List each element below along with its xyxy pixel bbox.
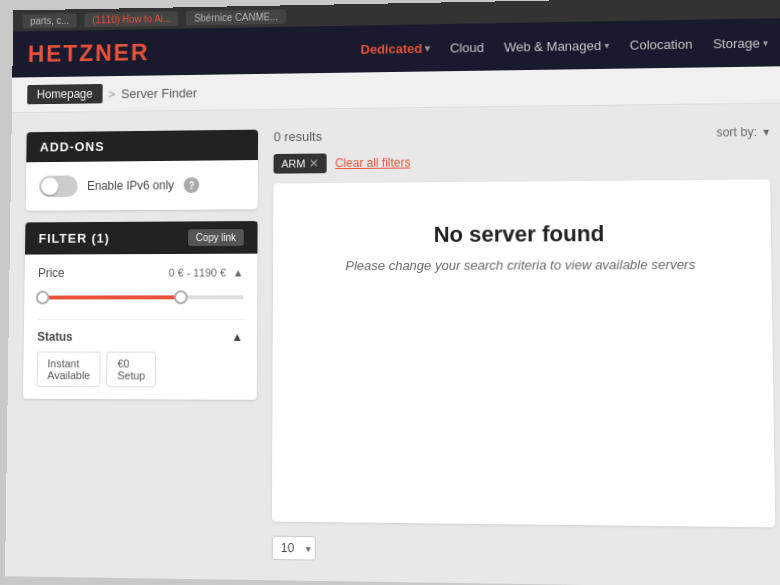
- dedicated-chevron-icon: ▾: [425, 42, 430, 53]
- no-results-subtitle: Please change your search criteria to vi…: [293, 257, 751, 274]
- browser-tab-parts[interactable]: parts, c...: [23, 13, 77, 28]
- price-section: Price 0 € - 1190 € ▲: [38, 266, 244, 308]
- range-thumb-left[interactable]: [36, 291, 50, 305]
- breadcrumb-separator: >: [108, 86, 115, 101]
- nav-link-colocation[interactable]: Colocation: [630, 36, 693, 52]
- page-size-wrapper: 10 25 50: [272, 536, 316, 561]
- status-section: Status ▲ InstantAvailable €0Setup: [37, 319, 244, 388]
- nav-link-storage[interactable]: Storage ▾: [713, 35, 768, 51]
- no-results-title: No server found: [293, 220, 750, 248]
- clear-all-filters-button[interactable]: Clear all filters: [335, 156, 410, 171]
- filter-header: FILTER (1) Copy link: [25, 221, 258, 255]
- browser-tab-howto[interactable]: (1110) How to Ai...: [84, 11, 178, 27]
- sort-by: sort by: ▾: [716, 124, 769, 139]
- status-options: InstantAvailable €0Setup: [37, 352, 244, 388]
- ipv6-label: Enable IPv6 only: [87, 178, 174, 192]
- browser-tab-sbernice[interactable]: Sbérnice CANME...: [186, 9, 286, 25]
- breadcrumb-home[interactable]: Homepage: [27, 84, 102, 104]
- price-label: Price 0 € - 1190 € ▲: [38, 266, 244, 280]
- ipv6-toggle[interactable]: [39, 175, 78, 197]
- range-fill: [38, 295, 181, 299]
- active-filters: ARM ✕ Clear all filters: [274, 149, 770, 174]
- range-thumb-right[interactable]: [174, 290, 188, 304]
- status-instant-available[interactable]: InstantAvailable: [37, 352, 102, 388]
- sort-chevron-icon[interactable]: ▾: [763, 124, 769, 138]
- price-range-text: 0 € - 1190 € ▲: [169, 267, 244, 279]
- results-area: 0 results sort by: ▾ ARM ✕ Clear all fil…: [272, 124, 776, 567]
- results-header: 0 results sort by: ▾: [274, 124, 770, 144]
- status-label: Status ▲: [37, 330, 243, 344]
- addons-header: ADD-ONS: [26, 130, 258, 163]
- filter-tag-arm[interactable]: ARM ✕: [274, 153, 328, 173]
- addons-box: ADD-ONS Enable IPv6 only ?: [26, 130, 258, 211]
- hetzner-logo: HETZNER: [28, 39, 150, 68]
- price-chevron-icon[interactable]: ▲: [233, 267, 244, 279]
- remove-arm-filter-icon[interactable]: ✕: [309, 157, 319, 171]
- nav-link-cloud[interactable]: Cloud: [450, 40, 484, 55]
- filter-tag-arm-label: ARM: [281, 158, 305, 170]
- nav-link-web-managed[interactable]: Web & Managed ▾: [504, 38, 610, 55]
- no-results-box: No server found Please change your searc…: [272, 179, 775, 527]
- main-content: ADD-ONS Enable IPv6 only ? FILTER (1) Co…: [5, 103, 780, 585]
- filter-box: FILTER (1) Copy link Price 0 € - 1190 € …: [23, 221, 258, 400]
- nav-links: Dedicated ▾ Cloud Web & Managed ▾ Coloca…: [149, 35, 768, 60]
- range-track: [38, 295, 244, 299]
- status-chevron-icon[interactable]: ▲: [231, 330, 243, 344]
- filter-body: Price 0 € - 1190 € ▲: [23, 254, 257, 400]
- ipv6-help-icon[interactable]: ?: [184, 177, 200, 193]
- sidebar: ADD-ONS Enable IPv6 only ? FILTER (1) Co…: [21, 130, 258, 560]
- filter-title: FILTER (1): [39, 231, 110, 246]
- page-size-select[interactable]: 10 25 50: [272, 536, 316, 561]
- web-managed-chevron-icon: ▾: [604, 40, 609, 51]
- breadcrumb-current: Server Finder: [121, 85, 197, 101]
- addons-body: Enable IPv6 only ?: [26, 160, 258, 211]
- copy-link-button[interactable]: Copy link: [188, 229, 244, 246]
- status-zero-setup[interactable]: €0Setup: [107, 352, 157, 388]
- storage-chevron-icon: ▾: [763, 37, 768, 48]
- price-range-slider[interactable]: [38, 287, 244, 307]
- results-count: 0 results: [274, 129, 322, 144]
- pagination-bar: 10 25 50: [272, 536, 776, 567]
- nav-link-dedicated[interactable]: Dedicated ▾: [361, 40, 430, 56]
